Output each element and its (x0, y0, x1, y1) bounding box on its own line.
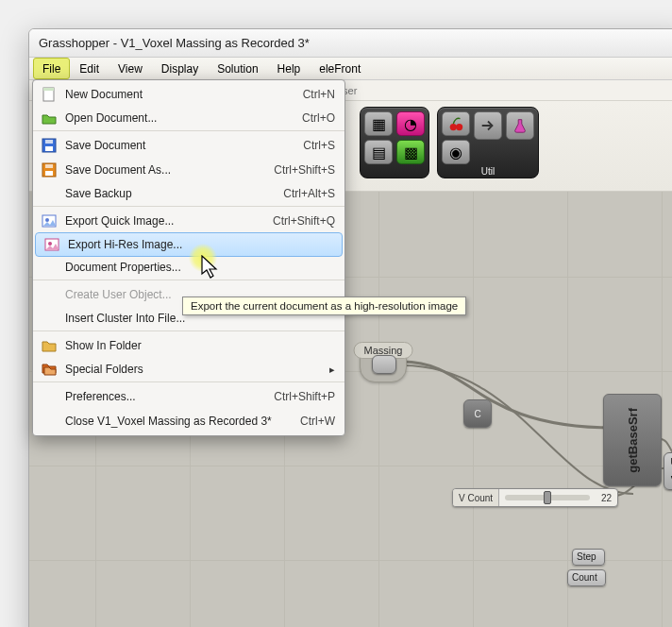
open-icon (33, 110, 65, 127)
file-menu-dropdown: New DocumentCtrl+NOpen Document...Ctrl+O… (32, 79, 345, 436)
svg-point-13 (48, 242, 52, 246)
menu-item-shortcut: Ctrl+N (303, 88, 335, 101)
file-menu-item-13[interactable]: Close V1_Voxel Massing as Recorded 3*Ctr… (33, 409, 344, 433)
menu-item-label: Document Properties... (65, 261, 335, 274)
ribbon-btn-cherry[interactable] (442, 111, 470, 136)
slider-vcount[interactable]: V Count 22 (452, 488, 618, 507)
ribbon-btn-dot[interactable]: ◉ (442, 140, 470, 164)
file-menu-item-4[interactable]: Save BackupCtrl+Alt+S (33, 182, 344, 207)
menu-item-label: Save Backup (65, 187, 283, 200)
svg-rect-3 (43, 88, 54, 91)
menu-item-shortcut: Ctrl+Alt+S (283, 187, 335, 200)
grid-icon: ▦ (372, 115, 386, 133)
node-port-c[interactable]: C (463, 399, 492, 428)
menu-edit[interactable]: Edit (70, 58, 109, 79)
svg-rect-6 (45, 140, 53, 144)
file-menu-item-7[interactable]: Document Properties... (33, 256, 344, 280)
himg-icon (36, 236, 68, 253)
tool-icon: ◔ (404, 115, 417, 133)
menu-item-label: New Document (65, 88, 303, 101)
ribbon-btn-arrow[interactable] (474, 111, 502, 140)
qimg-icon (33, 212, 65, 229)
slider-label: V Count (453, 489, 499, 506)
ribbon-group-util: ◉ (437, 107, 539, 178)
slider-thumb[interactable] (544, 491, 551, 504)
doc-icon (33, 86, 65, 103)
flask-icon (512, 117, 529, 134)
menu-item-label: Open Document... (65, 111, 302, 125)
slider-track[interactable] (505, 495, 590, 500)
ribbon-btn-flask[interactable] (506, 111, 534, 140)
file-menu-item-1[interactable]: Open Document...Ctrl+O (33, 107, 344, 131)
menu-item-shortcut: Ctrl+O (302, 111, 335, 125)
ribbon-btn-a1[interactable]: ▦ (364, 111, 393, 136)
file-menu-item-10[interactable]: Show In Folder (33, 333, 344, 358)
port-label: C (474, 409, 480, 419)
node-label: getBaseSrf (626, 408, 640, 473)
menu-item-shortcut: Ctrl+S (303, 139, 335, 152)
saveas-icon (33, 161, 65, 178)
menu-view[interactable]: View (109, 58, 152, 79)
menu-item-label: Special Folders (65, 363, 324, 376)
menu-item-label: Export Quick Image... (65, 214, 273, 228)
svg-rect-5 (45, 146, 53, 151)
window-title: Grasshopper - V1_Voxel Massing as Record… (29, 29, 672, 58)
file-menu-item-5[interactable]: Export Quick Image...Ctrl+Shift+Q (33, 209, 344, 233)
file-menu-item-0[interactable]: New DocumentCtrl+N (33, 82, 344, 107)
svg-point-11 (45, 218, 49, 222)
cherry-icon (447, 115, 464, 132)
dot-icon: ◉ (449, 144, 462, 161)
tooltip: Export the current document as a high-re… (182, 297, 466, 315)
file-menu-item-12[interactable]: Preferences...Ctrl+Shift+P (33, 384, 344, 409)
menu-item-label: Save Document As... (65, 163, 274, 177)
svg-point-0 (450, 124, 457, 130)
menu-item-label: Save Document (65, 139, 303, 152)
ribbon-group-1: ▦ ▤ ◔ ▩ (360, 107, 429, 178)
node-getbasesrf[interactable]: getBaseSrf (603, 394, 662, 486)
arrow-right-icon (479, 117, 496, 134)
node-uv-out[interactable]: U V (664, 452, 672, 490)
menu-item-shortcut (324, 363, 335, 376)
param-step[interactable]: Step (572, 549, 605, 566)
svg-rect-9 (45, 164, 53, 168)
menu-item-label: Close V1_Voxel Massing as Recorded 3* (65, 415, 300, 428)
menu-item-shortcut: Ctrl+Shift+Q (273, 214, 335, 228)
folders-icon (33, 361, 65, 378)
param-count[interactable]: Count (567, 569, 606, 586)
menu-help[interactable]: Help (268, 58, 311, 79)
grid-icon: ▤ (372, 144, 386, 161)
file-menu-item-6[interactable]: Export Hi-Res Image... (35, 232, 343, 257)
menu-item-shortcut: Ctrl+W (300, 415, 335, 428)
ribbon-btn-b1[interactable]: ◔ (396, 111, 425, 136)
menu-file[interactable]: File (33, 58, 70, 79)
menu-item-shortcut: Ctrl+Shift+P (274, 390, 335, 403)
menu-item-label: Export Hi-Res Image... (68, 238, 332, 251)
file-menu-item-3[interactable]: Save Document As...Ctrl+Shift+S (33, 158, 344, 182)
ribbon-btn-a2[interactable]: ▤ (364, 140, 393, 164)
menu-item-label: Preferences... (65, 390, 274, 403)
menubar: File Edit View Display Solution Help ele… (29, 58, 672, 80)
save-icon (33, 137, 65, 154)
menu-solution[interactable]: Solution (208, 58, 267, 79)
menu-elefront[interactable]: eleFront (310, 58, 370, 79)
svg-rect-8 (45, 171, 53, 176)
ribbon-btn-b2[interactable]: ▩ (396, 140, 425, 164)
file-menu-item-11[interactable]: Special Folders (33, 358, 344, 382)
svg-point-1 (456, 124, 462, 130)
menu-display[interactable]: Display (152, 58, 208, 79)
node-small[interactable] (372, 355, 396, 374)
menu-item-shortcut: Ctrl+Shift+S (274, 163, 335, 177)
file-menu-item-2[interactable]: Save DocumentCtrl+S (33, 133, 344, 158)
folder-icon (33, 337, 65, 354)
tool-icon: ▩ (404, 144, 418, 161)
slider-value: 22 (596, 493, 617, 503)
menu-item-label: Show In Folder (65, 339, 335, 352)
canvas-group-massing[interactable]: Massing (360, 343, 407, 382)
